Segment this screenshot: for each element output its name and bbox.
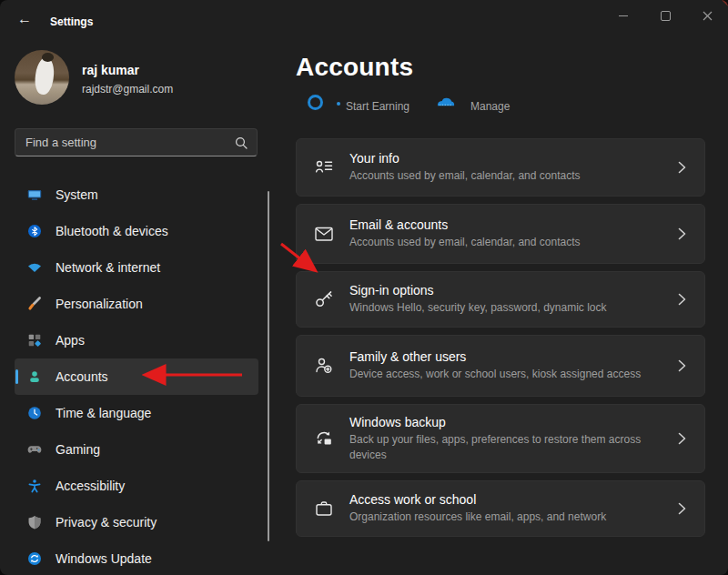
chevron-right-icon <box>675 501 688 516</box>
sidebar-item-label: Privacy & security <box>56 515 157 530</box>
minimize-icon <box>619 15 628 16</box>
sidebar-item-label: Personalization <box>56 297 143 311</box>
accounts-icon <box>26 368 43 385</box>
avatar <box>15 50 69 105</box>
sidebar-item-label: Time & language <box>56 406 151 420</box>
page-title: Accounts <box>296 53 413 82</box>
sidebar-item-label: Windows Update <box>56 551 152 566</box>
chevron-right-icon <box>675 292 688 307</box>
back-button[interactable]: ← <box>9 5 40 33</box>
personalization-icon <box>26 296 43 312</box>
sidebar-item-system[interactable]: System <box>15 177 258 213</box>
backup-icon <box>313 428 335 449</box>
card-title: Email & accounts <box>349 217 675 232</box>
sidebar-item-label: Bluetooth & devices <box>56 224 168 238</box>
card-subtitle: Windows Hello, security key, password, d… <box>349 300 675 315</box>
maximize-button[interactable] <box>644 0 686 31</box>
sidebar-item-apps[interactable]: Apps <box>15 322 258 358</box>
accessibility-icon <box>26 478 43 494</box>
card-title: Sign-in options <box>349 283 675 298</box>
sidebar-item-network[interactable]: Network & internet <box>15 249 258 286</box>
card-title: Access work or school <box>349 492 675 507</box>
sidebar-item-label: Accessibility <box>56 479 125 493</box>
profile-name: raj kumar <box>82 63 139 77</box>
sidebar-item-label: System <box>56 187 98 202</box>
search-input[interactable] <box>15 136 235 149</box>
sidebar-item-label: Network & internet <box>56 260 160 275</box>
card-subtitle: Back up your files, apps, preferences to… <box>349 432 653 461</box>
time-language-icon <box>26 405 43 421</box>
card-subtitle: Accounts used by email, calendar, and co… <box>349 235 675 249</box>
back-arrow-icon: ← <box>17 11 32 27</box>
chevron-right-icon <box>675 227 688 241</box>
card-sign-in-options[interactable]: Sign-in options Windows Hello, security … <box>296 271 705 328</box>
sidebar-scrollbar[interactable] <box>268 191 269 541</box>
privacy-security-icon <box>26 514 43 530</box>
minimize-button[interactable] <box>602 0 644 31</box>
card-windows-backup[interactable]: Windows backup Back up your files, apps,… <box>296 404 705 473</box>
maximize-icon <box>661 11 671 21</box>
card-email-accounts[interactable]: Email & accounts Accounts used by email,… <box>296 204 705 264</box>
sidebar-item-time-language[interactable]: Time & language <box>15 395 258 431</box>
sidebar-item-label: Gaming <box>56 442 100 457</box>
bluetooth-icon <box>26 223 43 239</box>
titlebar: ← Settings <box>0 0 728 40</box>
chevron-right-icon <box>675 431 688 446</box>
card-subtitle: Device access, work or school users, kio… <box>349 367 675 381</box>
sidebar-item-personalization[interactable]: Personalization <box>15 286 258 322</box>
settings-window: ← Settings raj kumar rajdstr@gmail.com S… <box>0 0 728 575</box>
system-icon <box>26 187 43 203</box>
card-title: Your info <box>349 151 675 166</box>
network-icon <box>26 259 43 276</box>
gaming-icon <box>26 441 43 458</box>
card-access-work-school[interactable]: Access work or school Organization resou… <box>296 480 705 537</box>
sidebar-item-gaming[interactable]: Gaming <box>15 431 258 468</box>
sidebar-item-accounts[interactable]: Accounts <box>15 358 258 395</box>
card-subtitle: Organization resources like email, apps,… <box>349 509 675 524</box>
add-user-icon <box>313 355 335 377</box>
profile-email: rajdstr@gmail.com <box>82 83 173 96</box>
close-icon <box>703 11 713 21</box>
rewards-ring-icon[interactable] <box>308 95 323 110</box>
search-box <box>15 128 258 156</box>
sidebar-item-label: Apps <box>56 333 85 348</box>
manage-link[interactable]: Manage <box>470 100 510 113</box>
card-your-info[interactable]: Your info Accounts used by email, calend… <box>296 138 705 197</box>
onedrive-cloud-icon[interactable] <box>436 96 456 106</box>
key-icon <box>313 288 335 310</box>
chevron-right-icon <box>675 358 688 373</box>
sidebar-item-privacy-security[interactable]: Privacy & security <box>15 504 258 540</box>
card-title: Windows backup <box>349 415 675 429</box>
close-button[interactable] <box>686 0 728 31</box>
card-family-other-users[interactable]: Family & other users Device access, work… <box>296 335 705 397</box>
card-subtitle: Accounts used by email, calendar, and co… <box>349 168 675 183</box>
windows-update-icon <box>26 550 43 567</box>
bullet-icon <box>337 102 340 106</box>
email-icon <box>313 223 335 245</box>
card-title: Family & other users <box>349 349 675 364</box>
search-icon[interactable] <box>235 136 248 149</box>
window-title: Settings <box>50 15 93 28</box>
selected-indicator <box>15 369 18 384</box>
sidebar-item-accessibility[interactable]: Accessibility <box>15 468 258 504</box>
start-earning-link[interactable]: Start Earning <box>346 100 410 113</box>
sidebar-item-label: Accounts <box>56 369 108 384</box>
your-info-icon <box>313 156 335 178</box>
sidebar-item-windows-update[interactable]: Windows Update <box>15 540 258 575</box>
chevron-right-icon <box>675 160 688 175</box>
sidebar-item-bluetooth[interactable]: Bluetooth & devices <box>15 213 258 249</box>
briefcase-icon <box>313 498 335 520</box>
apps-icon <box>26 332 43 348</box>
